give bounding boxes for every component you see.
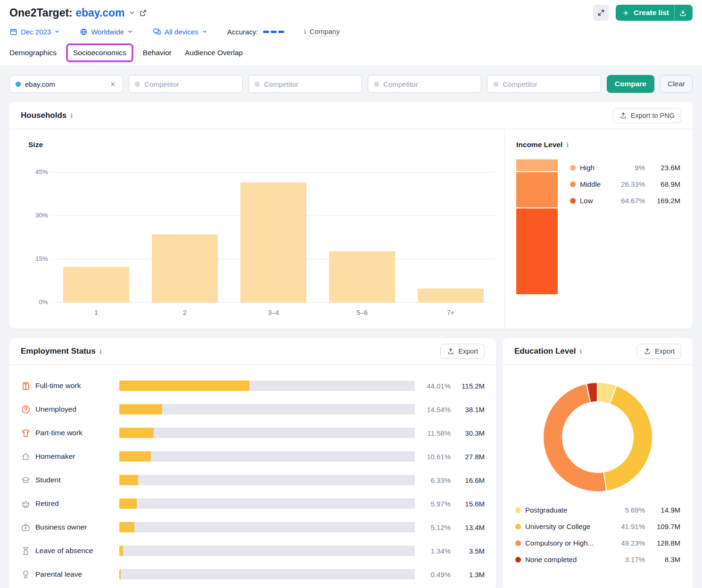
employment-value: 1.3M: [455, 571, 485, 579]
employment-percent: 10.61%: [420, 453, 451, 461]
region-filter-value: Worldwide: [91, 28, 124, 36]
main-domain-input[interactable]: ebay.com: [9, 75, 123, 93]
employment-bar-track: [119, 498, 415, 509]
competitor-input[interactable]: Competitor: [248, 75, 362, 93]
date-filter-value: Dec 2023: [21, 28, 51, 36]
main-domain-value: ebay.com: [25, 80, 105, 88]
title-row: One2Target: ebay.com: [9, 0, 693, 21]
y-axis-tick: 15%: [28, 255, 48, 262]
vest-icon: [21, 381, 31, 391]
legend-item: High9%23.6M: [570, 159, 680, 176]
tab-demographics[interactable]: Demographics: [9, 49, 57, 57]
employment-row: Retired5.97%15.6M: [21, 492, 485, 515]
legend-dot: [515, 540, 521, 546]
income-segment-low: [516, 208, 558, 294]
devices-filter[interactable]: All devices: [153, 27, 207, 36]
info-icon: i: [99, 348, 102, 355]
one2target-page: One2Target: ebay.com: [0, 0, 702, 588]
legend-dot: [515, 524, 521, 530]
create-list-button[interactable]: Create list: [616, 5, 693, 21]
education-level-card: Education Level i Export Postgraduate5.6…: [503, 338, 693, 588]
employment-bar-fill: [119, 475, 138, 485]
button-divider: [674, 5, 675, 20]
external-link-icon[interactable]: [139, 9, 147, 17]
export-button[interactable]: Export: [440, 344, 485, 359]
competitor-input[interactable]: Competitor: [368, 75, 481, 93]
download-icon[interactable]: [679, 9, 687, 17]
annotation-highlight: Socioeconomics: [66, 43, 133, 62]
employment-value: 16.6M: [455, 476, 485, 484]
competitor-input[interactable]: Competitor: [487, 75, 601, 93]
legend-item: University or College41.91%109.7M: [515, 518, 680, 535]
income-segment-high: [516, 159, 558, 171]
bar-slot: [406, 161, 495, 303]
chevron-down-icon[interactable]: [129, 9, 135, 16]
globe-icon: [80, 28, 88, 36]
income-segment-middle: [516, 172, 558, 207]
legend-percent: 26.33%: [615, 180, 645, 188]
competitor-dot: [493, 82, 498, 87]
employment-bar-track: [119, 451, 415, 462]
employment-percent: 0.49%: [420, 571, 451, 579]
legend-percent: 64.67%: [615, 197, 645, 205]
employment-status-card: Employment Status i Export Full-time wor…: [9, 338, 496, 588]
employment-row: Full-time work44.01%115.2M: [21, 374, 485, 398]
competitor-placeholder: Competitor: [144, 80, 236, 88]
legend-dot: [570, 182, 576, 187]
legend-dot: [570, 198, 576, 204]
employment-bar-track: [119, 546, 415, 556]
x-axis-label: 3–4: [229, 309, 318, 316]
report-domain-link[interactable]: ebay.com: [75, 7, 124, 19]
size-bar: [329, 251, 395, 303]
accuracy-indicator: Accuracy:: [227, 28, 284, 36]
legend-percent: 49.23%: [615, 539, 645, 547]
tab-audience-overlap[interactable]: Audience Overlap: [185, 49, 243, 57]
employment-label: Leave of absence: [35, 547, 115, 555]
legend-label: High: [580, 164, 611, 172]
export-to-png-button[interactable]: Export to PNG: [613, 108, 681, 123]
legend-percent: 41.91%: [615, 522, 645, 530]
employment-bar-track: [119, 381, 415, 391]
employment-percent: 11.58%: [420, 429, 451, 437]
export-to-png-label: Export to PNG: [631, 112, 675, 119]
employment-row: Part-time work11.58%30.3M: [21, 421, 485, 445]
tab-socioeconomics[interactable]: Socioeconomics: [73, 49, 126, 57]
info-icon: i: [304, 28, 306, 35]
y-axis-tick: 30%: [28, 212, 48, 219]
employment-row: Leave of absence1.34%3.5M: [21, 539, 485, 563]
company-link[interactable]: i Company: [304, 27, 340, 36]
compare-button[interactable]: Compare: [607, 75, 654, 93]
export-icon: [447, 348, 454, 355]
education-level-title: Education Level: [514, 347, 576, 356]
date-filter[interactable]: Dec 2023: [9, 28, 60, 36]
employment-bar-fill: [119, 546, 123, 556]
x-axis-label: 7+: [406, 309, 495, 316]
expand-button[interactable]: [593, 5, 609, 21]
clear-button[interactable]: Clear: [660, 75, 693, 93]
accuracy-meter: [263, 31, 284, 33]
legend-label: University or College: [525, 522, 611, 530]
close-icon[interactable]: [109, 80, 117, 88]
legend-label: Compulsory or High...: [525, 539, 611, 547]
income-level-stacked-bar: [516, 159, 558, 294]
employment-row: Business owner5.12%13.4M: [21, 515, 485, 539]
legend-label: Low: [580, 197, 611, 205]
graduation-cap-icon: [21, 475, 31, 485]
size-chart-title: Size: [28, 141, 498, 149]
household-size-chart: 0%15%30%45% 123–45–67+: [52, 161, 495, 316]
legend-value: 68.9M: [649, 180, 680, 188]
competitor-placeholder: Competitor: [383, 80, 475, 88]
legend-value: 14.9M: [649, 506, 680, 514]
chart-bars: [52, 161, 495, 303]
export-button[interactable]: Export: [637, 344, 681, 359]
x-axis-label: 5–6: [318, 309, 406, 316]
hourglass-icon: [21, 546, 31, 556]
compare-bar: ebay.com CompetitorCompetitorCompetitorC…: [9, 75, 693, 93]
tab-behavior[interactable]: Behavior: [143, 49, 172, 57]
bar-slot: [52, 161, 140, 303]
region-filter[interactable]: Worldwide: [80, 28, 133, 36]
competitor-input[interactable]: Competitor: [129, 75, 242, 93]
competitor-dot: [135, 82, 140, 87]
legend-percent: 3.17%: [615, 555, 645, 563]
competitor-dot: [374, 82, 379, 87]
